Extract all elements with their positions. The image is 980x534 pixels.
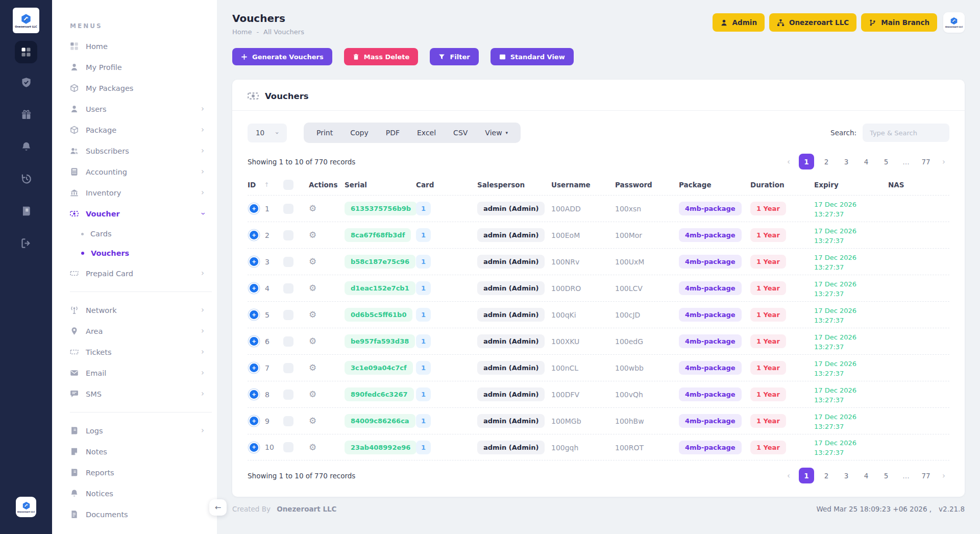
gear-icon[interactable]: ⚙ <box>309 203 316 213</box>
sidebar-item-sms[interactable]: SMS› <box>52 383 217 404</box>
export-print-button[interactable]: Print <box>308 129 341 137</box>
expand-row-button[interactable]: + <box>249 309 259 320</box>
notes-icon <box>70 447 79 456</box>
row-checkbox[interactable] <box>283 310 293 320</box>
pagination-page-1[interactable]: 1 <box>799 154 814 169</box>
main-branch-button[interactable]: Main Branch <box>861 13 937 32</box>
gear-icon[interactable]: ⚙ <box>309 256 316 266</box>
pagination-page-3[interactable]: 3 <box>839 468 854 483</box>
sidebar-item-network[interactable]: Network› <box>52 300 217 321</box>
export-excel-button[interactable]: Excel <box>408 129 445 137</box>
pagination-page-4[interactable]: 4 <box>859 468 874 483</box>
sidebar-item-prepaid-card[interactable]: Prepaid Card› <box>52 263 217 284</box>
row-checkbox[interactable] <box>283 363 293 373</box>
brand-logo-chip[interactable]: Onezeroart LLC <box>943 12 965 33</box>
filter-button[interactable]: Filter <box>430 48 478 65</box>
pagination-prev[interactable]: ‹ <box>783 471 794 480</box>
pagination-page-2[interactable]: 2 <box>819 468 834 483</box>
sidebar-item-logs[interactable]: Logs› <box>52 420 217 441</box>
expand-row-button[interactable]: + <box>249 389 259 400</box>
sort-icon[interactable]: ↑ <box>264 181 269 188</box>
brand-logo[interactable]: Onezeroart LLC <box>13 8 39 33</box>
expand-row-button[interactable]: + <box>249 442 259 453</box>
pagination-page-3[interactable]: 3 <box>839 154 854 169</box>
expand-row-button[interactable]: + <box>249 362 259 373</box>
pagination-page-77[interactable]: 77 <box>918 468 934 483</box>
row-checkbox[interactable] <box>283 230 293 240</box>
page-size-select[interactable]: 10 › <box>248 124 287 142</box>
gear-icon[interactable]: ⚙ <box>309 230 316 240</box>
sidebar-item-cards[interactable]: Cards <box>52 224 217 244</box>
pagination-prev[interactable]: ‹ <box>783 157 794 166</box>
sidebar-collapse-button[interactable]: ← <box>209 499 227 516</box>
breadcrumb-home[interactable]: Home <box>232 28 252 36</box>
row-checkbox[interactable] <box>283 416 293 426</box>
standard-view-button[interactable]: Standard View <box>491 48 574 65</box>
sidebar-item-notes[interactable]: Notes <box>52 441 217 462</box>
sidebar-item-accounting[interactable]: Accounting› <box>52 161 217 182</box>
gear-icon[interactable]: ⚙ <box>309 442 316 452</box>
pagination-page-77[interactable]: 77 <box>918 154 934 169</box>
shield-check-icon[interactable] <box>21 77 32 90</box>
expand-row-button[interactable]: + <box>249 416 259 426</box>
generate-vouchers-button[interactable]: Generate Vouchers <box>232 48 332 65</box>
sidebar-item-home[interactable]: Home <box>52 36 217 57</box>
sidebar-item-my-profile[interactable]: My Profile <box>52 57 217 78</box>
expand-row-button[interactable]: + <box>249 203 259 214</box>
expand-row-button[interactable]: + <box>249 283 259 294</box>
gear-icon[interactable]: ⚙ <box>309 389 316 399</box>
admin-button[interactable]: Admin <box>713 13 765 32</box>
gear-icon[interactable]: ⚙ <box>309 283 316 293</box>
view-dropdown-button[interactable]: View▾ <box>476 129 517 137</box>
export-copy-button[interactable]: Copy <box>341 129 377 137</box>
sidebar-item-documents[interactable]: Documents <box>52 504 217 525</box>
sidebar-item-area[interactable]: Area› <box>52 321 217 342</box>
sidebar-item-reports[interactable]: Reports <box>52 462 217 483</box>
export-pdf-button[interactable]: PDF <box>377 129 408 137</box>
pagination-page-2[interactable]: 2 <box>819 154 834 169</box>
pagination-page-1[interactable]: 1 <box>799 468 814 483</box>
expand-row-button[interactable]: + <box>249 336 259 347</box>
row-checkbox[interactable] <box>283 390 293 400</box>
expand-row-button[interactable]: + <box>249 230 259 240</box>
sidebar-item-vouchers[interactable]: Vouchers <box>52 244 217 263</box>
pagination-page-5[interactable]: 5 <box>878 154 894 169</box>
row-checkbox[interactable] <box>283 442 293 452</box>
expand-row-button[interactable]: + <box>249 256 259 267</box>
pagination-page-4[interactable]: 4 <box>859 154 874 169</box>
sidebar-item-label: Package <box>86 126 201 134</box>
bell-icon[interactable] <box>21 141 32 154</box>
select-all-checkbox[interactable] <box>283 180 293 190</box>
gear-icon[interactable]: ⚙ <box>309 362 316 373</box>
dashboard-icon[interactable] <box>15 41 37 63</box>
sidebar-item-notices[interactable]: Notices <box>52 483 217 504</box>
row-checkbox[interactable] <box>283 204 293 214</box>
pagination-next[interactable]: › <box>938 471 949 480</box>
sidebar-item-package[interactable]: Package› <box>52 119 217 140</box>
sidebar-item-subscribers[interactable]: Subscribers› <box>52 140 217 161</box>
logout-icon[interactable] <box>21 238 32 251</box>
sidebar-item-my-packages[interactable]: My Packages <box>52 78 217 99</box>
export-csv-button[interactable]: CSV <box>445 129 476 137</box>
row-checkbox[interactable] <box>283 257 293 267</box>
sidebar-item-users[interactable]: Users› <box>52 99 217 119</box>
row-checkbox[interactable] <box>283 336 293 347</box>
gift-icon[interactable] <box>21 109 32 122</box>
sidebar-item-email[interactable]: Email› <box>52 362 217 383</box>
brand-logo-bottom[interactable]: Onezeroart LLC <box>16 497 36 517</box>
created-by-company[interactable]: Onezeroart LLC <box>277 505 336 513</box>
pagination-next[interactable]: › <box>938 157 949 166</box>
sidebar-item-inventory[interactable]: Inventory› <box>52 182 217 203</box>
search-input[interactable] <box>863 124 949 142</box>
sidebar-item-voucher[interactable]: Voucher› <box>52 203 217 224</box>
history-icon[interactable] <box>21 174 32 186</box>
journal-icon[interactable] <box>21 206 32 219</box>
mass-delete-button[interactable]: Mass Delete <box>344 48 419 65</box>
onezeroart-llc-button[interactable]: Onezeroart LLC <box>769 13 856 32</box>
gear-icon[interactable]: ⚙ <box>309 416 316 426</box>
gear-icon[interactable]: ⚙ <box>309 309 316 320</box>
gear-icon[interactable]: ⚙ <box>309 336 316 346</box>
pagination-page-5[interactable]: 5 <box>878 468 894 483</box>
sidebar-item-tickets[interactable]: Tickets› <box>52 342 217 362</box>
row-checkbox[interactable] <box>283 283 293 294</box>
